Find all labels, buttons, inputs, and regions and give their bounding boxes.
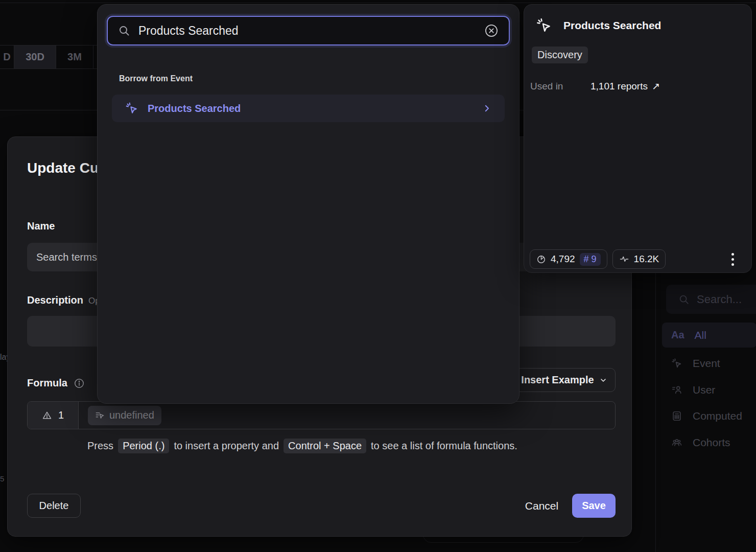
formula-hint: Press Period (.) to insert a property an… [87, 439, 517, 453]
kbd-control-space: Control + Space [284, 439, 366, 453]
event-count-pill[interactable]: 4,792 # 9 [530, 249, 607, 269]
details-header: Products Searched [536, 17, 661, 34]
event-icon [671, 358, 682, 369]
formula-warning-counter[interactable]: 1 [28, 402, 79, 429]
rank-badge: # 9 [580, 253, 601, 266]
external-link-icon: ↗ [652, 80, 660, 92]
used-in-label: Used in [530, 81, 590, 92]
hint-text: to insert a property and [174, 440, 279, 452]
kbd-period: Period (.) [118, 439, 169, 453]
formula-input[interactable]: undefined [79, 402, 615, 429]
pie-chart-icon [536, 255, 546, 264]
event-title: Products Searched [563, 19, 661, 32]
used-in-row: Used in 1,101 reports ↗ [530, 80, 660, 92]
chevron-right-icon [482, 104, 491, 113]
time-range-control: D 30D 3M [0, 45, 97, 69]
property-search-modal: Borrow from Event Products Searched [97, 4, 519, 404]
event-details-panel: Products Searched Discovery Used in 1,10… [524, 4, 752, 273]
cancel-button[interactable]: Cancel [512, 494, 571, 518]
calculator-icon [671, 410, 682, 422]
sidebar-item-label: All [695, 329, 706, 341]
event-icon [125, 102, 138, 115]
sidebar-item-cohorts[interactable]: Cohorts [662, 430, 756, 455]
sidebar-item-label: Cohorts [693, 436, 730, 449]
reports-count: 1,101 reports [590, 81, 648, 92]
sidebar-item-label: Event [693, 357, 720, 370]
search-icon [118, 25, 130, 37]
sidebar-item-label: Computed [693, 410, 742, 422]
search-result-products-searched[interactable]: Products Searched [112, 95, 505, 122]
formula-property-chip[interactable]: undefined [88, 406, 161, 425]
volume-pill[interactable]: 16.2K [612, 249, 666, 269]
save-button[interactable]: Save [572, 494, 616, 518]
cohorts-icon [671, 437, 682, 448]
delete-button[interactable]: Delete [27, 494, 81, 518]
sidebar-item-label: User [693, 384, 715, 396]
sidebar-search-input[interactable] [697, 293, 756, 306]
chevron-down-icon [599, 376, 607, 384]
sidebar-item-all[interactable]: Aa All [662, 323, 756, 348]
time-range-7d[interactable]: D [0, 45, 14, 68]
category-badge: Discovery [532, 47, 588, 63]
time-range-30d[interactable]: 30D [14, 45, 56, 68]
user-icon [671, 384, 682, 396]
formula-editor[interactable]: 1 undefined [27, 401, 616, 429]
hint-text: Press [87, 440, 113, 452]
warning-icon [42, 410, 52, 421]
chip-label: undefined [109, 409, 154, 421]
details-footer: 4,792 # 9 16.2K [530, 249, 746, 269]
activity-icon [619, 254, 629, 264]
hint-text: to see a list of formula functions. [371, 440, 517, 452]
property-event-icon [95, 410, 105, 420]
warning-count: 1 [58, 409, 64, 421]
text-format-icon: Aa [671, 329, 684, 341]
property-search-field[interactable] [107, 16, 510, 45]
header-divider [0, 3, 756, 3]
info-icon[interactable] [74, 378, 85, 389]
app-window: D 30D 3M lay 5 Aa All Event User [0, 0, 756, 552]
borrow-from-event-header: Borrow from Event [119, 74, 193, 83]
formula-label-row: Formula [27, 377, 85, 389]
name-label: Name [27, 220, 55, 232]
sidebar-item-user[interactable]: User [662, 377, 756, 402]
result-label: Products Searched [148, 103, 473, 114]
used-in-reports-link[interactable]: 1,101 reports ↗ [590, 80, 660, 92]
insert-example-button[interactable]: Insert Example [513, 368, 616, 392]
background-axis-fragment: 5 [0, 474, 4, 483]
event-count: 4,792 [551, 254, 575, 265]
time-range-3m[interactable]: 3M [56, 45, 93, 68]
property-type-sidebar: Aa All Event User Computed Cohorts [655, 273, 756, 552]
event-icon [536, 17, 552, 34]
formula-label: Formula [27, 377, 67, 389]
sidebar-item-event[interactable]: Event [662, 351, 756, 376]
search-icon [678, 294, 690, 305]
sidebar-item-computed[interactable]: Computed [662, 403, 756, 428]
volume-count: 16.2K [634, 254, 659, 265]
property-search-input[interactable] [138, 24, 476, 38]
more-options-icon[interactable] [729, 251, 736, 268]
sidebar-search-field[interactable] [666, 285, 756, 314]
clear-search-icon[interactable] [484, 24, 499, 38]
insert-example-label: Insert Example [521, 374, 594, 386]
